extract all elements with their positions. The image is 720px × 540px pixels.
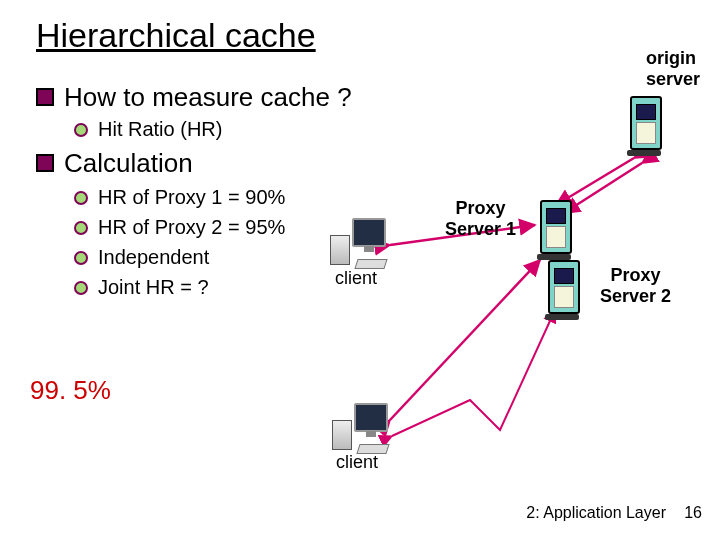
bullet-text: Hit Ratio (HR): [98, 118, 222, 140]
subbullet-hr-proxy1: HR of Proxy 1 = 90%: [74, 186, 285, 209]
bullet-text: HR of Proxy 2 = 95%: [98, 216, 285, 238]
square-bullet-icon: [36, 154, 54, 172]
svg-line-4: [555, 258, 560, 260]
slide-title: Hierarchical cache: [36, 16, 316, 55]
circle-bullet-icon: [74, 221, 88, 235]
origin-server-label: origin server: [646, 48, 700, 90]
circle-bullet-icon: [74, 191, 88, 205]
svg-line-3: [564, 163, 642, 213]
bullet-text: HR of Proxy 1 = 90%: [98, 186, 285, 208]
circle-bullet-icon: [74, 251, 88, 265]
proxy2-label: Proxy Server 2: [600, 265, 671, 307]
bullet-text: Independent: [98, 246, 209, 268]
circle-bullet-icon: [74, 281, 88, 295]
diagram: Proxy Server 1 Proxy Server 2 client cli…: [0, 0, 720, 540]
client1-label: client: [335, 268, 377, 289]
subbullet-hit-ratio: Hit Ratio (HR): [74, 118, 222, 141]
subbullet-joint-hr: Joint HR = ?: [74, 276, 209, 299]
circle-bullet-icon: [74, 123, 88, 137]
svg-line-0: [390, 225, 535, 245]
bullet-calculation: Calculation: [36, 148, 193, 179]
client2-label: client: [336, 452, 378, 473]
proxy1-label: Proxy Server 1: [445, 198, 516, 240]
answer-joint-hr: 99. 5%: [30, 375, 111, 406]
connection-lines: [0, 0, 720, 540]
origin-server-icon: [630, 96, 662, 154]
square-bullet-icon: [36, 88, 54, 106]
client-1-icon: [330, 215, 388, 270]
bullet-text: How to measure cache ?: [64, 82, 352, 112]
bullet-text: Calculation: [64, 148, 193, 178]
subbullet-independent: Independent: [74, 246, 209, 269]
proxy-server-2-icon: [548, 260, 580, 318]
page-number: 16: [684, 504, 702, 522]
bullet-how-to-measure: How to measure cache ?: [36, 82, 352, 113]
footer-text: 2: Application Layer: [526, 504, 666, 522]
svg-line-1: [390, 260, 540, 420]
subbullet-hr-proxy2: HR of Proxy 2 = 95%: [74, 216, 285, 239]
bullet-text: Joint HR = ?: [98, 276, 209, 298]
proxy-server-1-icon: [540, 200, 572, 258]
client-2-icon: [332, 400, 390, 455]
svg-line-2: [556, 158, 634, 205]
